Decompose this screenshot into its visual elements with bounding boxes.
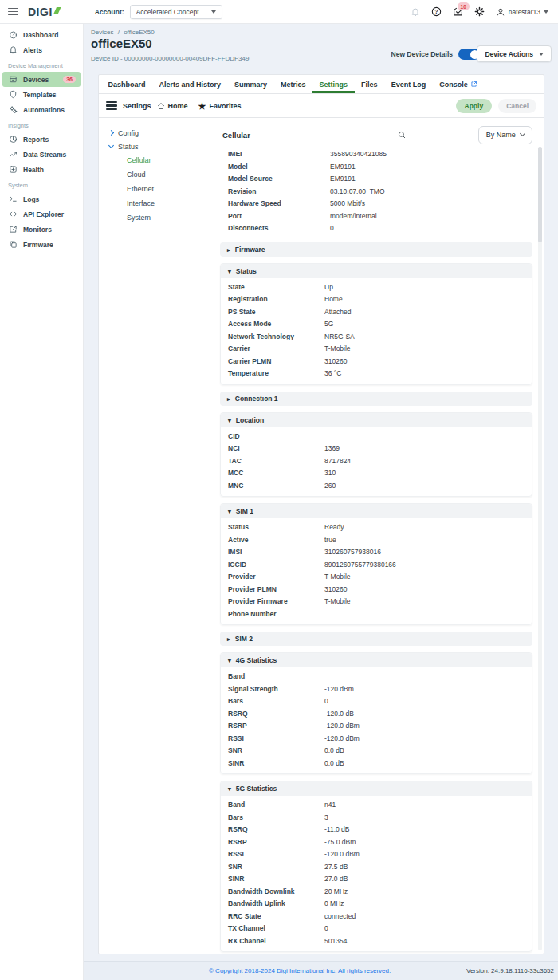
field-label: RX Channel <box>228 935 324 948</box>
star-icon: ★ <box>198 102 206 110</box>
sidebar-item-api-explorer[interactable]: API Explorer <box>0 207 83 222</box>
field-value: 1369 <box>324 443 340 455</box>
help-icon[interactable]: ? <box>431 6 442 17</box>
field-row: Registration Home <box>228 293 525 306</box>
user-menu[interactable]: natestar13 <box>496 7 548 17</box>
top-bar-actions: ? 10 natestar13 <box>411 6 558 17</box>
scrollbar-thumb[interactable] <box>538 147 542 242</box>
gears-icon <box>8 105 18 114</box>
devices-count-badge: 36 <box>63 76 76 83</box>
tree-item-status[interactable]: Status <box>99 140 214 153</box>
sidebar-item-reports[interactable]: Reports <box>0 132 83 147</box>
breadcrumb-devices[interactable]: Devices <box>91 29 113 36</box>
field-value: EM9191 <box>330 173 356 186</box>
sidebar-item-monitors[interactable]: Monitors <box>0 222 83 237</box>
toolbar-actions: Apply Cancel <box>456 99 537 113</box>
field-value: connected <box>324 911 356 923</box>
digi-logo: DIGI <box>28 6 61 18</box>
sidebar-item-label: Alerts <box>23 46 42 54</box>
field-label: TX Channel <box>228 923 324 935</box>
field-row: RSSI -120.0 dBm <box>228 848 525 861</box>
sidebar-item-logs[interactable]: Logs <box>0 191 83 207</box>
tab-metrics[interactable]: Metrics <box>274 75 313 93</box>
field-value: modem/internal <box>330 211 377 223</box>
section-header[interactable]: Connection 1 <box>220 392 532 406</box>
section-title: Location <box>236 416 264 424</box>
toolbar-favorites-button[interactable]: ★ Favorites <box>198 102 242 110</box>
shield-icon <box>8 90 18 99</box>
section-header[interactable]: SIM 2 <box>220 632 532 646</box>
field-row: Bandwidth Downlink 20 MHz <box>228 886 525 899</box>
field-row: Carrier T-Mobile <box>228 343 525 356</box>
field-value: EM9191 <box>330 161 356 174</box>
field-value: T-Mobile <box>324 343 351 356</box>
scrollbar-track[interactable] <box>538 147 542 950</box>
username: natestar13 <box>509 8 540 16</box>
field-value: -120.0 dB <box>324 708 354 721</box>
copyright-link[interactable]: © Copyright 2018-2024 Digi International… <box>209 967 391 974</box>
field-row: Bandwidth Uplink 0 MHz <box>228 898 525 911</box>
field-label: Bars <box>228 695 324 708</box>
section-header[interactable]: Status <box>221 264 532 278</box>
field-value: -120.0 dBm <box>324 720 360 733</box>
sidebar-item-label: Data Streams <box>23 151 66 159</box>
tab-event-log[interactable]: Event Log <box>384 75 433 93</box>
field-value: 0 <box>324 695 328 708</box>
sidebar-item-devices[interactable]: Devices 36 <box>2 72 81 87</box>
device-actions-button[interactable]: Device Actions <box>477 45 552 62</box>
main-area: Devices / officeEX50 officeEX50 Device I… <box>84 24 558 980</box>
sidebar-item-data-streams[interactable]: Data Streams <box>0 147 83 162</box>
tree-item-cellular[interactable]: Cellular <box>99 153 214 167</box>
tab-console[interactable]: Console <box>433 75 485 93</box>
settings-toolbar: Settings Home ★ Favorites Apply Cancel <box>99 94 544 118</box>
section-header[interactable]: 4G Statistics <box>221 653 532 667</box>
tree-item-ethernet[interactable]: Ethernet <box>99 182 214 196</box>
menu-hamburger-icon[interactable] <box>8 8 18 16</box>
section-header[interactable]: 5G Statistics <box>221 781 532 796</box>
field-row: RSSI -120.0 dBm <box>228 733 525 746</box>
sidebar-item-alerts[interactable]: Alerts <box>0 42 83 57</box>
tab-dashboard[interactable]: Dashboard <box>101 75 152 93</box>
field-value: 8901260755779380166 <box>324 559 396 572</box>
settings-menu-icon[interactable] <box>106 101 117 111</box>
account-select[interactable]: Accelerated Concept... <box>130 5 222 19</box>
field-label: MCC <box>228 467 324 480</box>
filter-by-select[interactable]: By Name <box>478 126 532 144</box>
sidebar-item-automations[interactable]: Automations <box>0 102 83 117</box>
field-row: RSRQ -120.0 dB <box>228 708 525 721</box>
sidebar-item-health[interactable]: Health <box>0 162 83 177</box>
section-header[interactable]: Firmware <box>220 242 532 257</box>
tab-files[interactable]: Files <box>355 75 385 93</box>
field-row: RX Channel 501354 <box>228 935 525 948</box>
sidebar-item-dashboard[interactable]: Dashboard <box>0 27 83 42</box>
tab-settings[interactable]: Settings <box>312 75 355 93</box>
sidebar-item-label: Automations <box>23 106 65 114</box>
tree-item-config[interactable]: Config <box>99 126 214 140</box>
settings-gear-icon[interactable] <box>474 6 485 17</box>
tree-item-system[interactable]: System <box>99 211 214 225</box>
tab-summary[interactable]: Summary <box>228 75 274 93</box>
field-value: Home <box>324 293 343 306</box>
search-input[interactable] <box>411 131 478 139</box>
tab-alerts-and-history[interactable]: Alerts and History <box>152 75 228 93</box>
apply-button[interactable]: Apply <box>456 99 493 113</box>
field-row: State Up <box>228 281 525 294</box>
field-row: Provider Firmware T-Mobile <box>228 596 525 608</box>
tree-item-interface[interactable]: Interface <box>99 196 214 211</box>
field-label: Temperature <box>228 368 324 380</box>
section-header[interactable]: Location <box>221 413 532 427</box>
settings-title: Cellular <box>222 131 250 140</box>
cancel-button[interactable]: Cancel <box>498 99 536 113</box>
field-value: T-Mobile <box>324 596 351 608</box>
tree-item-cloud[interactable]: Cloud <box>99 167 214 182</box>
sidebar-item-firmware[interactable]: Firmware <box>0 237 83 252</box>
messages-icon[interactable]: 10 <box>453 6 463 17</box>
sidebar-item-templates[interactable]: Templates <box>0 87 83 102</box>
field-value: T-Mobile <box>324 571 351 584</box>
toolbar-home-button[interactable]: Home <box>157 102 188 110</box>
field-label: RSRQ <box>228 708 324 721</box>
notification-bell-icon[interactable] <box>411 7 420 17</box>
field-value: -75.0 dBm <box>324 836 356 849</box>
field-label: RSRQ <box>228 824 324 836</box>
section-header[interactable]: SIM 1 <box>221 504 532 518</box>
